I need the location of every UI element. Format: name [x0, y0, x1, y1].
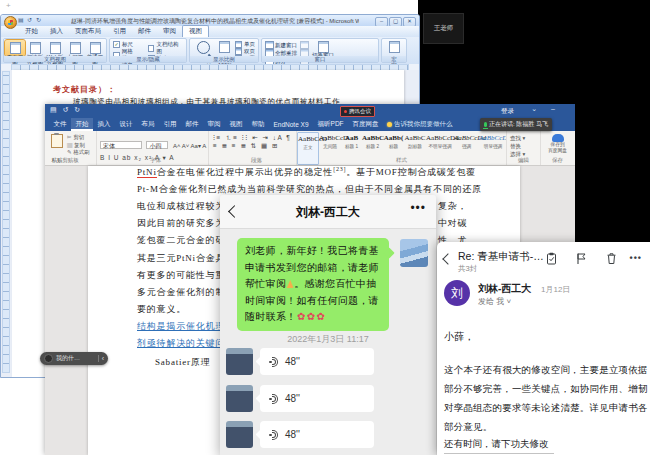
word-2016-titlebar[interactable]: ▤ ↺ ↻ 腾讯会议 登录 ⌄ – [45, 104, 575, 118]
doc-line: 因此目前的研究多为 [137, 217, 225, 230]
tab-page-layout[interactable]: 页面布局 [69, 26, 107, 37]
paragraph-buttons-row1[interactable]: ⁝≡ ⒈≡ ⁝⁝ ⇤ ⇥ ↓A ¶ [213, 134, 292, 142]
group-label-zoom: 显示比例 [190, 56, 258, 62]
recipient-row[interactable]: 发给 我 ˅ [478, 296, 511, 307]
group-label-window: 窗口 [262, 56, 378, 62]
contact-avatar[interactable] [226, 421, 253, 448]
tab-mailings[interactable]: 邮件 [132, 26, 157, 37]
outline-view-icon [70, 42, 81, 54]
more-options-icon[interactable]: ••• [630, 253, 642, 263]
tab-help[interactable]: 帮助 [247, 118, 269, 131]
doc-line-fragment: 复杂， [438, 200, 467, 213]
tell-me-box[interactable]: 告诉我你想要做什么 [383, 120, 453, 129]
find-button[interactable]: 查找 ▾ [510, 135, 537, 141]
sign-in-button[interactable]: 登录 [501, 107, 514, 116]
styles-group: AaBbCcD正文 AaBbCcD无间隔 AaB标题 1 AaBbC标题 2 A… [297, 131, 507, 165]
two-pages-button[interactable]: 双页 [235, 48, 255, 55]
format-painter-button[interactable]: ✎ 格式刷 [67, 149, 90, 156]
tab-home[interactable]: 开始 [19, 26, 44, 37]
font-size-select[interactable]: 小四 [146, 141, 168, 149]
tab-baidu-netdisk[interactable]: 百度网盘 [348, 118, 383, 131]
my-avatar[interactable] [400, 239, 428, 267]
minimize-button[interactable]: – [375, 17, 388, 27]
voice-message-bubble[interactable]: 48'' [260, 348, 374, 375]
tab-review[interactable]: 审阅 [203, 118, 225, 131]
pill-collapse-chevron[interactable]: ‹ [102, 355, 104, 362]
meeting-participant-tile[interactable]: 王老师 [423, 13, 464, 44]
contact-avatar[interactable] [226, 348, 253, 375]
replace-button[interactable]: 替换 [510, 143, 537, 149]
doc-line-hyperlink[interactable]: 结构是揭示催化机理 [137, 320, 225, 333]
microphone-icon [484, 122, 487, 127]
restore-button[interactable]: ▢ [389, 17, 402, 27]
doc-line: 其是三元PtNi合金具 [137, 252, 225, 265]
back-chevron-icon[interactable] [442, 253, 453, 264]
tencent-meeting-badge[interactable]: 腾讯会议 [340, 106, 375, 117]
tab-foxit-pdf[interactable]: 福昕PDF [313, 118, 348, 131]
draft-view-button[interactable]: 普通视图 [85, 40, 105, 56]
floating-pill-widget[interactable]: 我的什… ‹ [40, 352, 108, 365]
quick-access-toolbar[interactable]: ▤ ↺ ↻ [50, 106, 82, 114]
cut-button[interactable]: ✂ 剪切 [67, 134, 90, 141]
web-layout-button[interactable]: Web版式视图 [45, 40, 65, 56]
quick-access-toolbar[interactable]: ▤ ↺ ↻ [18, 16, 42, 23]
ruler-checkbox[interactable]: ✓标尺 [113, 41, 138, 48]
one-page-button[interactable]: 单页 [235, 41, 255, 48]
email-body-line: 这个本子还有很大的修改空间，主要是立项依据 [444, 364, 648, 377]
font-grow-shrink-buttons[interactable]: A˄ A˅ Aa▾ A [173, 143, 206, 149]
voice-message-bubble[interactable]: 48'' [260, 385, 374, 412]
tab-review[interactable]: 审阅 [157, 26, 182, 37]
chat-title: 刘林-西工大 [220, 204, 436, 221]
macros-icon [389, 41, 400, 53]
magnifier-icon [197, 41, 210, 54]
tab-home[interactable]: 开始 [71, 118, 93, 131]
archive-task-icon[interactable] [545, 252, 558, 265]
email-window: Re: 青基申请书-薛… 共3封 ••• 刘 刘林-西工大 1月12日 发给 我… [437, 242, 650, 455]
word-2007-titlebar[interactable]: ▤ ↺ ↻ 赵琳-同济环氧增强角度与性能调控玻璃陶瓷复合材料中的残晶相生成及催化… [1, 15, 419, 26]
save-to-baidu-netdisk-button[interactable]: 保存到 百度网盘 [541, 131, 574, 153]
contact-avatar[interactable] [226, 385, 253, 412]
more-options-icon[interactable]: ••• [410, 201, 426, 215]
doc-line: Sabatier原理 [155, 356, 211, 369]
message-line: 刘老师，新年好！我已将青基 [245, 243, 381, 260]
tab-view[interactable]: 视图 [182, 25, 209, 37]
vertical-ruler[interactable] [2, 71, 10, 373]
word-2007-view-ribbon: 页面视图 阅读版式视图 Web版式视图 大纲视图 普通视图 文档视图 ✓标尺 网… [1, 37, 419, 64]
tab-references[interactable]: 引用 [159, 118, 181, 131]
voice-duration: 48'' [285, 429, 300, 440]
outline-view-button[interactable]: 大纲视图 [65, 40, 85, 56]
window-controls[interactable]: ⌄ – [531, 105, 561, 113]
flag-icon[interactable] [575, 252, 588, 265]
copy-button[interactable]: ▤ 复制 [67, 142, 90, 149]
voice-message-bubble[interactable]: 48'' [260, 421, 374, 448]
rose-emoji: ✿ [297, 311, 307, 322]
print-layout-button[interactable]: 页面视图 [5, 40, 25, 56]
chat-timestamp: 2022年1月3日 11:17 [220, 333, 436, 346]
rose-emoji: ✿ [316, 311, 326, 322]
reading-layout-button[interactable]: 阅读版式视图 [25, 40, 45, 56]
trash-icon[interactable] [605, 252, 618, 265]
doc-line-hyperlink[interactable]: 剂亟待解决的关键问 [137, 337, 225, 350]
close-button[interactable]: ✕ [403, 17, 416, 27]
tab-layout[interactable]: 布局 [137, 118, 159, 131]
page-view-icon [10, 42, 21, 54]
document-map-checkbox[interactable]: 文档结构图 [148, 41, 183, 55]
tab-design[interactable]: 设计 [115, 118, 137, 131]
group-label-styles: 样式 [297, 157, 506, 164]
paragraph-buttons-row2[interactable]: ≡ ≣ ≡ ≣ ⇅ ▦ ⊞ [213, 142, 292, 150]
clipboard-group: 粘贴 ✂ 剪切 ▤ 复制 ✎ 格式刷 剪贴板 [45, 131, 97, 165]
tab-references[interactable]: 引用 [107, 26, 132, 37]
new-window-button[interactable]: 新建窗口 [265, 41, 297, 49]
view-side-by-side-button[interactable] [300, 41, 309, 49]
doc-heading-red: 考文献目录）： [53, 84, 116, 95]
tab-mailings[interactable]: 邮件 [181, 118, 203, 131]
tab-view[interactable]: 视图 [225, 118, 247, 131]
sender-avatar[interactable]: 刘 [444, 280, 470, 306]
office-button[interactable] [4, 16, 17, 29]
tab-endnote[interactable]: EndNote X9 [269, 119, 313, 130]
voice-speaker-icon [268, 429, 281, 441]
tab-insert[interactable]: 插入 [93, 118, 115, 131]
font-name-select[interactable]: 宋体 [100, 141, 142, 149]
tab-file[interactable]: 文件 [49, 118, 71, 131]
tab-insert[interactable]: 插入 [44, 26, 69, 37]
